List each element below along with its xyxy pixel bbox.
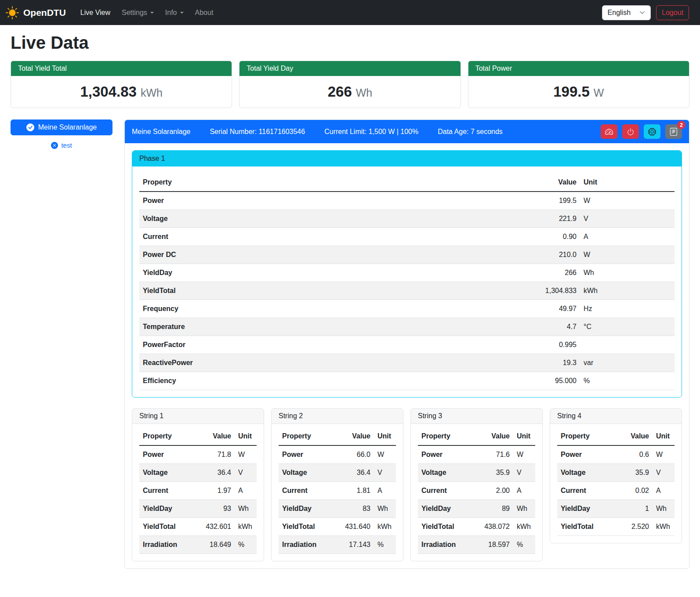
row-value: 2.00 [481, 482, 513, 500]
row-property: Voltage [139, 210, 519, 228]
power-icon [627, 128, 635, 136]
table-row: YieldTotal 431.640 kWh [279, 518, 396, 536]
row-property: Power [139, 445, 202, 464]
row-unit: W [580, 192, 675, 210]
row-value: 18.597 [481, 536, 513, 554]
check-circle-icon [26, 123, 34, 131]
summary-card-title: Total Yield Day [239, 61, 460, 76]
row-unit: A [653, 482, 675, 500]
col-value: Value [341, 427, 374, 445]
table-row: Temperature 4.7 °C [139, 318, 675, 336]
row-value: 431.640 [341, 518, 374, 536]
inverter-limit: Current Limit: 1,500 W | 100% [324, 128, 418, 136]
event-count-badge: 2 [677, 121, 685, 129]
row-unit: W [653, 445, 675, 464]
row-property: Current [557, 482, 621, 500]
navbar-right: English Logout [602, 5, 694, 20]
row-unit: kWh [513, 518, 535, 536]
row-property: YieldDay [418, 500, 481, 518]
string-card-body: Property Value Unit [272, 424, 403, 561]
col-property: Property [139, 427, 202, 445]
table-row: YieldDay 93 Wh [139, 500, 257, 518]
table-row: Power DC 210.0 W [139, 246, 675, 264]
device-info-button[interactable] [644, 124, 660, 139]
inverter-item-test[interactable]: test [11, 141, 112, 149]
main-column: Meine Solaranlage Serial Number: 1161716… [124, 119, 689, 569]
row-unit: % [374, 536, 396, 554]
table-row: Current 1.97 A [139, 482, 257, 500]
row-property: YieldTotal [139, 518, 202, 536]
summary-card-unit: W [594, 87, 604, 99]
string-table: Property Value Unit [279, 427, 396, 554]
row-property: YieldTotal [418, 518, 481, 536]
row-property: ReactivePower [139, 354, 519, 372]
table-row: Voltage 35.9 V [418, 464, 535, 482]
row-value: 432.601 [202, 518, 235, 536]
summary-card-unit: kWh [141, 87, 163, 99]
string-card-title: String 2 [272, 409, 403, 424]
nav-about[interactable]: About [189, 5, 219, 20]
row-property: YieldDay [279, 500, 341, 518]
chevron-down-icon [180, 12, 184, 14]
col-property: Property [139, 174, 519, 192]
chevron-down-icon [150, 12, 154, 14]
string-card-4: String 4 Property Value Unit [550, 408, 682, 543]
row-unit: Wh [513, 500, 535, 518]
nav-settings[interactable]: Settings [116, 5, 160, 20]
table-row: Voltage 221.9 V [139, 210, 675, 228]
summary-card: Total Power 199.5W [468, 61, 689, 108]
table-row: Irradiation 18.649 % [139, 536, 257, 554]
row-unit: V [653, 464, 675, 482]
string-card-body: Property Value Unit [411, 424, 542, 561]
journal-icon [670, 128, 678, 136]
row-property: Power [279, 445, 341, 464]
row-unit: A [580, 228, 675, 246]
row-unit: kWh [580, 282, 675, 300]
brand-link[interactable]: OpenDTU [6, 6, 66, 19]
row-property: Irradiation [139, 536, 202, 554]
row-property: Efficiency [139, 372, 519, 390]
speedometer-icon [605, 128, 613, 136]
table-header-row: Property Value Unit [279, 427, 396, 445]
table-row: YieldTotal 432.601 kWh [139, 518, 257, 536]
row-value: 199.5 [519, 192, 580, 210]
inverter-card: Meine Solaranlage Serial Number: 1161716… [124, 119, 689, 569]
event-log-button[interactable]: 2 [665, 124, 682, 139]
power-button[interactable] [622, 124, 639, 139]
row-value: 36.4 [202, 464, 235, 482]
nav-live-view[interactable]: Live View [75, 5, 116, 20]
nav-settings-label: Settings [122, 9, 147, 17]
nav-info-label: Info [165, 9, 177, 17]
table-row: Voltage 35.9 V [557, 464, 675, 482]
inverter-header: Meine Solaranlage Serial Number: 1161716… [125, 120, 689, 143]
inverter-select-label: Meine Solaranlage [38, 123, 97, 131]
table-row: Power 66.0 W [279, 445, 396, 464]
chevron-down-icon [639, 10, 645, 15]
row-unit: Wh [653, 500, 675, 518]
row-property: Voltage [557, 464, 621, 482]
phase-card-body: Property Value Unit Power [132, 166, 682, 397]
table-row: YieldDay 89 Wh [418, 500, 535, 518]
inverter-select-button[interactable]: Meine Solaranlage [11, 119, 112, 135]
row-property: Power [139, 192, 519, 210]
string-card-body: Property Value Unit [132, 424, 264, 561]
string-card-body: Property Value Unit [550, 424, 682, 543]
row-unit: W [235, 445, 257, 464]
row-value: 1 [621, 500, 653, 518]
inverter-data-age: Data Age: 7 seconds [438, 128, 503, 136]
row-value: 266 [519, 264, 580, 282]
row-unit [580, 336, 675, 354]
row-property: YieldTotal [139, 282, 519, 300]
row-unit: W [374, 445, 396, 464]
limit-settings-button[interactable] [601, 124, 617, 139]
row-value: 19.3 [519, 354, 580, 372]
logout-button[interactable]: Logout [656, 5, 689, 20]
row-value: 1.81 [341, 482, 374, 500]
table-row: Current 0.02 A [557, 482, 675, 500]
table-row: YieldTotal 438.072 kWh [418, 518, 535, 536]
col-value: Value [202, 427, 235, 445]
language-select[interactable]: English [602, 5, 651, 20]
row-unit: kWh [374, 518, 396, 536]
nav-info[interactable]: Info [160, 5, 189, 20]
row-value: 49.97 [519, 300, 580, 318]
